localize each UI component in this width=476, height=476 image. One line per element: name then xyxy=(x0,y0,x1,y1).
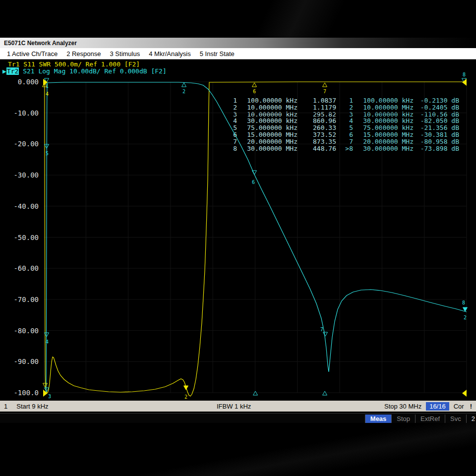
marker-number-label: 6 xyxy=(253,89,256,94)
marker-number-label: 6 xyxy=(252,179,255,185)
ifbw-value[interactable]: IFBW 1 kHz xyxy=(217,403,251,410)
marker-number-label: 2 xyxy=(464,315,467,320)
instrument-state-extref: ExtRef xyxy=(415,415,445,423)
marker-triangle-icon[interactable] xyxy=(323,391,327,395)
marker-triangle-icon[interactable] xyxy=(184,386,188,390)
marker-number-label: 8 xyxy=(463,72,466,77)
channel-number: 1 xyxy=(4,403,7,410)
analyzer-screen: E5071C Network Analyzer 1 Active Ch/Trac… xyxy=(0,0,476,476)
correction-status: Cor xyxy=(454,403,464,410)
marker-number-label: 2 xyxy=(182,89,185,94)
status-bar: 1 Start 9 kHz IFBW 1 kHz Stop 30 MHz 16/… xyxy=(0,401,476,412)
marker-number-label: 8 xyxy=(462,300,465,305)
instrument-state-svc: Svc xyxy=(445,415,466,423)
reference-wedge-icon xyxy=(462,390,467,397)
alert-indicator: ! xyxy=(469,403,474,410)
status-right: Stop 30 MHz 16/16 Cor ! xyxy=(384,402,474,411)
marker-number-label: 3 xyxy=(48,394,51,399)
marker-triangle-icon[interactable] xyxy=(323,83,327,87)
instrument-status-bar: MeasStopExtRefSvc2 xyxy=(0,413,476,423)
marker-number-label: 5 xyxy=(46,151,49,156)
instrument-state-stop: Stop xyxy=(391,415,415,423)
points-badge: 16/16 xyxy=(426,402,449,411)
marker-triangle-icon[interactable] xyxy=(323,332,328,336)
marker-number-label: 4 xyxy=(46,91,49,97)
marker-number-label: 2 xyxy=(184,394,187,400)
stop-frequency[interactable]: Stop 30 MHz xyxy=(384,403,421,410)
status-left: 1 Start 9 kHz xyxy=(4,403,49,410)
marker-triangle-icon[interactable] xyxy=(182,83,186,87)
marker-number-label: 7 xyxy=(323,89,326,94)
marker-triangle-icon[interactable] xyxy=(252,83,257,87)
instrument-state-2: 2 xyxy=(466,415,476,423)
start-frequency[interactable]: Start 9 kHz xyxy=(16,403,48,410)
marker-number-label: 4 xyxy=(46,339,49,345)
trace-tr1-swr xyxy=(45,82,467,396)
instrument-state-meas: Meas xyxy=(365,415,392,423)
marker-number-label: 1 xyxy=(46,83,49,89)
marker-number-label: 7 xyxy=(320,327,323,332)
bottom-bezel xyxy=(0,423,476,476)
